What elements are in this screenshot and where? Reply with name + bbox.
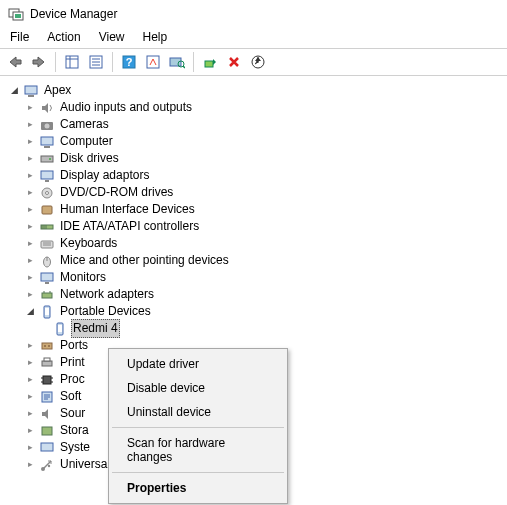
context-disable-device[interactable]: Disable device bbox=[111, 376, 285, 400]
toolbar-separator bbox=[112, 52, 113, 72]
device-manager-icon bbox=[8, 6, 24, 22]
chevron-right-icon[interactable]: ▸ bbox=[24, 357, 36, 369]
port-icon bbox=[39, 338, 55, 354]
dvd-icon bbox=[39, 185, 55, 201]
svg-rect-12 bbox=[147, 56, 159, 68]
svg-rect-43 bbox=[42, 293, 52, 298]
chevron-right-icon[interactable]: ▸ bbox=[24, 272, 36, 284]
svg-rect-28 bbox=[45, 180, 49, 182]
forward-button[interactable] bbox=[28, 51, 50, 73]
svg-point-22 bbox=[45, 123, 50, 128]
tree-item-redmi4[interactable]: Redmi 4 bbox=[4, 320, 507, 337]
scan-hardware-button[interactable] bbox=[166, 51, 188, 73]
context-separator bbox=[112, 427, 284, 428]
context-update-driver[interactable]: Update driver bbox=[111, 352, 285, 376]
chevron-right-icon[interactable]: ▸ bbox=[24, 136, 36, 148]
enable-button[interactable] bbox=[199, 51, 221, 73]
sound-icon bbox=[39, 406, 55, 422]
tree-item-display[interactable]: ▸Display adaptors bbox=[4, 167, 507, 184]
menu-file[interactable]: File bbox=[10, 30, 29, 44]
chevron-right-icon[interactable]: ▸ bbox=[24, 153, 36, 165]
context-separator bbox=[112, 472, 284, 473]
chevron-right-icon[interactable]: ▸ bbox=[24, 102, 36, 114]
chevron-right-icon[interactable]: ▸ bbox=[24, 255, 36, 267]
tree-root-label: Apex bbox=[42, 82, 73, 99]
chevron-right-icon[interactable]: ▸ bbox=[24, 391, 36, 403]
tree-item-disk-drives[interactable]: ▸Disk drives bbox=[4, 150, 507, 167]
svg-rect-20 bbox=[28, 95, 34, 97]
help-button[interactable]: ? bbox=[118, 51, 140, 73]
svg-rect-53 bbox=[42, 361, 52, 366]
chevron-right-icon[interactable]: ▸ bbox=[24, 170, 36, 182]
svg-point-51 bbox=[44, 345, 46, 347]
chevron-down-icon[interactable]: ◢ bbox=[24, 306, 36, 318]
svg-rect-61 bbox=[42, 427, 52, 435]
hid-icon bbox=[39, 202, 55, 218]
svg-rect-19 bbox=[25, 86, 37, 94]
chevron-right-icon[interactable]: ▸ bbox=[24, 187, 36, 199]
svg-rect-27 bbox=[41, 171, 53, 179]
chevron-right-icon[interactable]: ▸ bbox=[24, 221, 36, 233]
computer-icon bbox=[23, 83, 39, 99]
tree-item-audio[interactable]: ▸Audio inputs and outputs bbox=[4, 99, 507, 116]
tree-item-hid[interactable]: ▸Human Interface Devices bbox=[4, 201, 507, 218]
action-button[interactable] bbox=[142, 51, 164, 73]
chevron-right-icon[interactable]: ▸ bbox=[24, 408, 36, 420]
toolbar-separator bbox=[193, 52, 194, 72]
tree-item-cameras[interactable]: ▸Cameras bbox=[4, 116, 507, 133]
chevron-right-icon[interactable]: ▸ bbox=[24, 425, 36, 437]
chevron-right-icon[interactable]: ▸ bbox=[24, 442, 36, 454]
svg-rect-16 bbox=[205, 61, 213, 67]
chevron-right-icon[interactable]: ▸ bbox=[24, 204, 36, 216]
menu-help[interactable]: Help bbox=[143, 30, 168, 44]
display-icon bbox=[39, 168, 55, 184]
svg-point-30 bbox=[46, 191, 49, 194]
context-scan-hardware[interactable]: Scan for hardware changes bbox=[111, 431, 285, 469]
toolbar-separator bbox=[55, 52, 56, 72]
uninstall-button[interactable] bbox=[223, 51, 245, 73]
svg-rect-32 bbox=[41, 225, 53, 229]
toolbar: ? bbox=[0, 48, 507, 76]
chevron-down-icon[interactable]: ◢ bbox=[8, 85, 20, 97]
mouse-icon bbox=[39, 253, 55, 269]
chevron-right-icon[interactable]: ▸ bbox=[24, 340, 36, 352]
chevron-right-icon[interactable]: ▸ bbox=[24, 238, 36, 250]
tree-item-ide[interactable]: ▸IDE ATA/ATAPI controllers bbox=[4, 218, 507, 235]
tree-item-dvd[interactable]: ▸DVD/CD-ROM drives bbox=[4, 184, 507, 201]
svg-rect-31 bbox=[42, 206, 52, 214]
svg-point-26 bbox=[49, 158, 51, 160]
tree-item-network[interactable]: ▸Network adapters bbox=[4, 286, 507, 303]
chevron-right-icon[interactable]: ▸ bbox=[24, 289, 36, 301]
context-properties[interactable]: Properties bbox=[111, 476, 285, 500]
chevron-right-icon[interactable]: ▸ bbox=[24, 459, 36, 471]
show-hide-tree-button[interactable] bbox=[61, 51, 83, 73]
update-button[interactable] bbox=[247, 51, 269, 73]
portable-icon bbox=[39, 304, 55, 320]
usb-icon bbox=[39, 457, 55, 473]
software-icon bbox=[39, 389, 55, 405]
menu-view[interactable]: View bbox=[99, 30, 125, 44]
tree-item-monitors[interactable]: ▸Monitors bbox=[4, 269, 507, 286]
menu-bar: File Action View Help bbox=[0, 26, 507, 48]
back-button[interactable] bbox=[4, 51, 26, 73]
svg-point-65 bbox=[48, 464, 50, 466]
svg-rect-41 bbox=[41, 273, 53, 281]
chevron-right-icon[interactable]: ▸ bbox=[24, 119, 36, 131]
context-menu: Update driver Disable device Uninstall d… bbox=[108, 348, 288, 504]
svg-line-64 bbox=[43, 461, 51, 469]
tree-item-portable[interactable]: ◢Portable Devices bbox=[4, 303, 507, 320]
context-uninstall-device[interactable]: Uninstall device bbox=[111, 400, 285, 424]
camera-icon bbox=[39, 117, 55, 133]
menu-action[interactable]: Action bbox=[47, 30, 80, 44]
ide-icon bbox=[39, 219, 55, 235]
properties-button[interactable] bbox=[85, 51, 107, 73]
svg-rect-55 bbox=[43, 376, 51, 384]
tree-item-computer[interactable]: ▸Computer bbox=[4, 133, 507, 150]
chevron-right-icon[interactable]: ▸ bbox=[24, 374, 36, 386]
svg-point-52 bbox=[48, 345, 50, 347]
tree-root[interactable]: ◢ Apex bbox=[4, 82, 507, 99]
tree-item-keyboards[interactable]: ▸Keyboards bbox=[4, 235, 507, 252]
printer-icon bbox=[39, 355, 55, 371]
svg-rect-42 bbox=[45, 282, 49, 284]
tree-item-mice[interactable]: ▸Mice and other pointing devices bbox=[4, 252, 507, 269]
